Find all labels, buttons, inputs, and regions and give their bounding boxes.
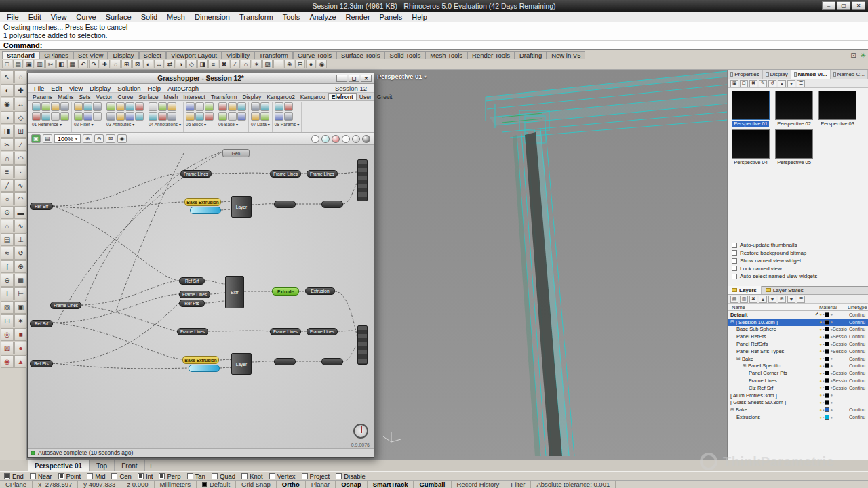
gh-minimize-button[interactable]: – — [336, 75, 347, 82]
array-tool[interactable]: ⊞ — [14, 125, 27, 138]
menu-surface[interactable]: Surface — [101, 13, 136, 21]
move-down-icon[interactable]: ▼ — [787, 80, 795, 87]
gh-node-extrude[interactable]: Extrude — [272, 287, 299, 296]
viewport-tab-perspective-01[interactable]: Perspective 01 — [28, 460, 90, 471]
layer-color-swatch[interactable] — [825, 393, 829, 398]
checkbox-icon[interactable] — [732, 274, 737, 279]
layer-row-extrusions[interactable]: Extrusions●▪●Continu — [728, 413, 868, 421]
osnap-int[interactable]: Int — [138, 472, 153, 480]
redo-icon[interactable]: ↷ — [89, 60, 99, 68]
gh-component-icon[interactable] — [135, 102, 144, 111]
gh-menu-view[interactable]: View — [66, 85, 86, 92]
toolbar-options-icon[interactable]: ⊡ — [850, 52, 856, 59]
print-icon[interactable]: ▥ — [35, 60, 45, 68]
new-layer-icon[interactable]: ▤ — [730, 296, 738, 303]
rotate-view-icon[interactable]: ◐ — [143, 60, 153, 68]
layer-color-swatch[interactable] — [825, 371, 829, 375]
named-view-thumbnail[interactable] — [775, 129, 813, 159]
osnap-knot[interactable]: Knot — [241, 472, 263, 480]
hide-tool[interactable]: ◎ — [1, 328, 14, 341]
gh-save-icon[interactable]: ▤ — [43, 134, 52, 143]
osnap-checkbox-icon[interactable] — [212, 473, 218, 479]
layer-visibility-icon[interactable]: ● — [820, 327, 823, 331]
gh-tab-maths[interactable]: Maths — [55, 93, 76, 100]
pan-icon[interactable]: ✚ — [100, 60, 110, 68]
gh-component-icon[interactable] — [205, 112, 214, 121]
gh-component-icon[interactable] — [51, 112, 60, 121]
gh-node-extrusion[interactable]: Extrusion — [305, 287, 335, 295]
gh-component-icon[interactable] — [158, 102, 167, 111]
gh-component-icon[interactable] — [32, 102, 41, 111]
gh-node-ref-srf[interactable]: Ref Srf — [30, 320, 53, 327]
menu-curve[interactable]: Curve — [71, 13, 100, 21]
offset-tool[interactable]: ≡ — [1, 165, 14, 178]
cut-icon[interactable]: ✂ — [45, 60, 56, 68]
gh-menu-solution[interactable]: Solution — [114, 85, 144, 92]
gh-component-icon[interactable] — [74, 112, 83, 121]
gh-component-icon[interactable] — [83, 112, 92, 121]
gh-component-icon[interactable] — [93, 102, 102, 111]
layer-visibility-icon[interactable]: ● — [820, 357, 823, 361]
layer-lock-icon[interactable]: ▪ — [823, 349, 824, 353]
gh-preview-icon-2[interactable] — [321, 135, 330, 143]
toggle-smarttrack[interactable]: SmartTrack — [368, 481, 414, 488]
gh-component-icon[interactable] — [74, 102, 83, 111]
gh-component-icon[interactable] — [83, 102, 92, 111]
analyze-tool[interactable]: ▲ — [14, 355, 27, 368]
gh-component-icon[interactable] — [60, 102, 69, 111]
gh-node-frame-lines[interactable]: Frame Lines — [50, 302, 81, 309]
gh-menu-display[interactable]: Display — [86, 85, 114, 92]
osnap-end[interactable]: End — [4, 472, 24, 480]
gh-tab-curve[interactable]: Curve — [115, 93, 136, 100]
osnap-checkbox-icon[interactable] — [159, 473, 165, 479]
gh-tab-elefront[interactable]: Elefront — [328, 93, 357, 100]
gh-component-icon[interactable] — [275, 102, 283, 111]
gh-component-icon[interactable] — [106, 102, 115, 111]
panel-tab-named-vi[interactable]: Named Vi... — [791, 70, 831, 79]
gh-component-icon[interactable] — [93, 112, 102, 121]
gh-component-icon[interactable] — [135, 112, 144, 121]
new-file-icon[interactable]: □ — [2, 60, 12, 68]
layer-material-icon[interactable]: ● — [830, 401, 833, 405]
circle-tool[interactable]: ○ — [1, 192, 14, 205]
gh-recompute-icon[interactable]: ▣ — [31, 134, 41, 143]
move-up-icon[interactable]: ▲ — [778, 80, 786, 87]
gh-node-bake-extrusion[interactable]: Bake Extrusion — [184, 198, 221, 206]
gh-node-frame-lines[interactable]: Frame Lines — [270, 328, 301, 336]
shaded-preview-tool[interactable]: ◉ — [1, 355, 14, 368]
offset-icon[interactable]: ≡ — [208, 60, 218, 68]
osnap-cen[interactable]: Cen — [111, 472, 131, 480]
gh-zoom-selection-icon[interactable]: ◉ — [117, 134, 127, 143]
menu-file[interactable]: File — [2, 13, 24, 21]
gh-tab-params[interactable]: Params — [30, 93, 55, 100]
menu-edit[interactable]: Edit — [24, 13, 46, 21]
undo-icon[interactable]: ↶ — [78, 60, 88, 68]
gh-menu-autograph[interactable]: AutoGraph — [164, 85, 202, 92]
layer-color-swatch[interactable] — [825, 320, 829, 325]
toolbar-tab-drafting[interactable]: Drafting — [515, 51, 547, 59]
gh-maximize-button[interactable]: ▢ — [349, 75, 359, 82]
layer-color-swatch[interactable] — [825, 327, 829, 331]
gh-tab-mesh[interactable]: Mesh — [161, 93, 181, 100]
gh-component-icon[interactable] — [284, 102, 293, 111]
osnap-quad[interactable]: Quad — [212, 472, 235, 480]
gh-node-frame-lines[interactable]: Frame Lines — [180, 170, 212, 178]
option-show-named-view-widget[interactable]: Show named view widget — [732, 257, 865, 265]
properties-icon[interactable]: ☰ — [273, 60, 283, 68]
layer-color-swatch[interactable] — [825, 386, 829, 390]
toolbar-tab-set-view[interactable]: Set View — [73, 51, 108, 59]
minimize-button[interactable]: – — [822, 1, 835, 10]
toggle-grid-snap[interactable]: Grid Snap — [236, 481, 277, 488]
layer-material-icon[interactable]: ● — [830, 312, 833, 317]
named-view-thumbnail[interactable] — [732, 91, 770, 120]
layer-lock-icon[interactable]: ▪ — [823, 393, 824, 397]
gh-node-ref-pts[interactable]: Ref Pts — [30, 360, 53, 367]
layer-visibility-icon[interactable]: ● — [820, 415, 823, 420]
gh-component-icon[interactable] — [195, 112, 204, 121]
gh-menu-file[interactable]: File — [31, 85, 47, 92]
current-layer-display[interactable]: Default — [197, 481, 236, 488]
expand-all-icon[interactable]: ⊞ — [778, 296, 786, 303]
view-options-icon[interactable]: ☰ — [797, 80, 805, 87]
gh-component-icon[interactable] — [158, 112, 167, 121]
layer-visibility-icon[interactable]: ● — [820, 320, 823, 324]
